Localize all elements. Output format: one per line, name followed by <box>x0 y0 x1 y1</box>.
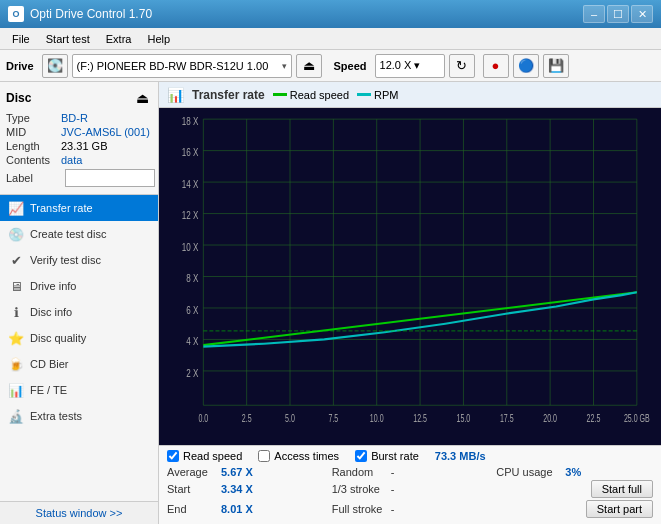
contents-val: data <box>61 154 82 166</box>
start-part-button[interactable]: Start part <box>586 500 653 518</box>
read-speed-cb-label: Read speed <box>183 450 242 462</box>
nav-item-drive-info[interactable]: 🖥 Drive info <box>0 273 158 299</box>
speed-label: Speed <box>334 60 367 72</box>
transfer-rate-icon: 📈 <box>8 200 24 216</box>
record-icon: ● <box>492 58 500 73</box>
title-bar: O Opti Drive Control 1.70 – ☐ ✕ <box>0 0 661 28</box>
menu-start-test[interactable]: Start test <box>38 31 98 47</box>
nav-item-transfer-rate[interactable]: 📈 Transfer rate <box>0 195 158 221</box>
svg-text:0.0: 0.0 <box>198 413 208 425</box>
legend-read-speed-color <box>273 93 287 96</box>
svg-text:10.0: 10.0 <box>370 413 384 425</box>
end-value: 8.01 X <box>221 503 261 515</box>
nav-label-fe-te: FE / TE <box>30 384 67 396</box>
sidebar: Disc ⏏ Type BD-R MID JVC-AMS6L (001) Len… <box>0 82 159 524</box>
settings-button[interactable]: 🔵 <box>513 54 539 78</box>
read-speed-checkbox-item[interactable]: Read speed <box>167 450 242 462</box>
speed-select[interactable]: 12.0 X ▾ <box>375 54 445 78</box>
status-window-button[interactable]: Status window >> <box>0 501 158 524</box>
nav-item-verify-test-disc[interactable]: ✔ Verify test disc <box>0 247 158 273</box>
legend-read-speed-label: Read speed <box>290 89 349 101</box>
full-stroke-value: - <box>391 503 395 515</box>
access-times-checkbox[interactable] <box>258 450 270 462</box>
create-test-disc-icon: 💿 <box>8 226 24 242</box>
menu-help[interactable]: Help <box>139 31 178 47</box>
label-input[interactable] <box>65 169 155 187</box>
main-content: Disc ⏏ Type BD-R MID JVC-AMS6L (001) Len… <box>0 82 661 524</box>
legend-rpm: RPM <box>357 89 398 101</box>
maximize-button[interactable]: ☐ <box>607 5 629 23</box>
legend-rpm-label: RPM <box>374 89 398 101</box>
save-icon: 💾 <box>548 58 564 73</box>
svg-text:8 X: 8 X <box>186 272 198 285</box>
svg-text:6 X: 6 X <box>186 303 198 316</box>
disc-info-icon: ℹ <box>8 304 24 320</box>
cpu-label: CPU usage <box>496 466 561 478</box>
disc-eject-button[interactable]: ⏏ <box>132 88 152 108</box>
nav-label-create-test-disc: Create test disc <box>30 228 106 240</box>
label-key: Label <box>6 172 61 184</box>
random-value: - <box>391 466 395 478</box>
eject-icon: ⏏ <box>303 58 315 73</box>
close-button[interactable]: ✕ <box>631 5 653 23</box>
drive-icon: 💽 <box>47 58 63 73</box>
menu-bar: File Start test Extra Help <box>0 28 661 50</box>
drive-icon-btn: 💽 <box>42 54 68 78</box>
svg-text:22.5: 22.5 <box>587 413 601 425</box>
legend-read-speed: Read speed <box>273 89 349 101</box>
refresh-icon: ↻ <box>456 58 467 73</box>
settings-icon: 🔵 <box>518 58 534 73</box>
burst-rate-checkbox[interactable] <box>355 450 367 462</box>
menu-file[interactable]: File <box>4 31 38 47</box>
nav-section: 📈 Transfer rate 💿 Create test disc ✔ Ver… <box>0 195 158 501</box>
burst-rate-value: 73.3 MB/s <box>435 450 486 462</box>
save-button[interactable]: 💾 <box>543 54 569 78</box>
burst-rate-checkbox-item[interactable]: Burst rate <box>355 450 419 462</box>
type-key: Type <box>6 112 61 124</box>
nav-label-cd-bier: CD Bier <box>30 358 69 370</box>
stats-row-3: End 8.01 X Full stroke - Start part <box>167 500 653 518</box>
cd-bier-icon: 🍺 <box>8 356 24 372</box>
svg-text:15.0: 15.0 <box>457 413 471 425</box>
disc-eject-icon: ⏏ <box>136 90 149 106</box>
toolbar: Drive 💽 (F:) PIONEER BD-RW BDR-S12U 1.00… <box>0 50 661 82</box>
extra-tests-icon: 🔬 <box>8 408 24 424</box>
end-label: End <box>167 503 217 515</box>
app-icon: O <box>8 6 24 22</box>
read-speed-checkbox[interactable] <box>167 450 179 462</box>
refresh-button[interactable]: ↻ <box>449 54 475 78</box>
stat-random: Random - <box>332 466 489 478</box>
svg-text:12.5: 12.5 <box>413 413 427 425</box>
full-stroke-label: Full stroke <box>332 503 387 515</box>
start-value: 3.34 X <box>221 483 261 495</box>
eject-button[interactable]: ⏏ <box>296 54 322 78</box>
access-times-checkbox-item[interactable]: Access times <box>258 450 339 462</box>
mid-key: MID <box>6 126 61 138</box>
nav-item-create-test-disc[interactable]: 💿 Create test disc <box>0 221 158 247</box>
nav-label-drive-info: Drive info <box>30 280 76 292</box>
chart-container: 18 X 16 X 14 X 12 X 10 X 8 X 6 X 4 X 2 X… <box>159 108 661 445</box>
stroke1-value: - <box>391 483 395 495</box>
record-button[interactable]: ● <box>483 54 509 78</box>
fe-te-icon: 📊 <box>8 382 24 398</box>
svg-text:18 X: 18 X <box>182 114 199 127</box>
start-full-button[interactable]: Start full <box>591 480 653 498</box>
start-label: Start <box>167 483 217 495</box>
stats-row-1: Average 5.67 X Random - CPU usage 3% <box>167 466 653 478</box>
drive-select[interactable]: (F:) PIONEER BD-RW BDR-S12U 1.00 ▾ <box>72 54 292 78</box>
speed-value: 12.0 X ▾ <box>380 59 421 72</box>
nav-item-extra-tests[interactable]: 🔬 Extra tests <box>0 403 158 429</box>
minimize-button[interactable]: – <box>583 5 605 23</box>
svg-text:2.5: 2.5 <box>242 413 252 425</box>
window-controls: – ☐ ✕ <box>583 5 653 23</box>
nav-item-disc-info[interactable]: ℹ Disc info <box>0 299 158 325</box>
type-val: BD-R <box>61 112 88 124</box>
svg-text:25.0 GB: 25.0 GB <box>624 413 650 425</box>
nav-item-fe-te[interactable]: 📊 FE / TE <box>0 377 158 403</box>
length-val: 23.31 GB <box>61 140 107 152</box>
stat-start-full: Start full <box>496 480 653 498</box>
svg-text:12 X: 12 X <box>182 209 199 222</box>
menu-extra[interactable]: Extra <box>98 31 140 47</box>
nav-item-cd-bier[interactable]: 🍺 CD Bier <box>0 351 158 377</box>
nav-item-disc-quality[interactable]: ⭐ Disc quality <box>0 325 158 351</box>
